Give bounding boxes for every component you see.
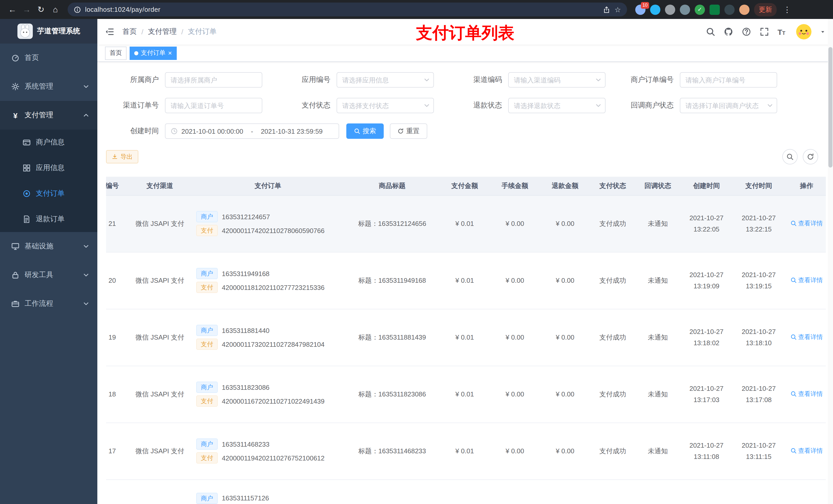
browser-back-button[interactable]: ← xyxy=(5,2,20,17)
app-select[interactable] xyxy=(337,72,434,88)
sidebar-item-pay-order[interactable]: 支付订单 xyxy=(0,181,97,207)
sidebar-toggle[interactable] xyxy=(105,27,114,37)
lock-icon xyxy=(11,271,20,279)
search-icon xyxy=(790,278,796,284)
cell-order: 商户1635311881440 支付4200001173202110272847… xyxy=(191,309,345,366)
search-icon xyxy=(786,153,793,160)
sidebar-item-dev-tools[interactable]: 研发工具 xyxy=(0,261,97,289)
yen-icon: ¥ xyxy=(11,111,20,120)
export-button[interactable]: 导出 xyxy=(106,150,138,163)
extension-icon[interactable] xyxy=(710,4,720,15)
col-status: 支付状态 xyxy=(590,177,635,195)
sidebar-item-refund-order[interactable]: 退款订单 xyxy=(0,207,97,232)
notify-status-select[interactable] xyxy=(680,98,777,113)
pay-status-select[interactable] xyxy=(337,98,434,113)
view-detail-link[interactable]: 查看详情 xyxy=(790,447,823,455)
user-avatar[interactable] xyxy=(796,24,811,40)
table-row: 19 微信 JSAPI 支付 商户1635311881440 支付4200001… xyxy=(106,309,826,366)
merchant-select[interactable] xyxy=(165,72,262,88)
browser-address-bar[interactable]: localhost:1024/pay/order ☆ xyxy=(68,3,627,16)
share-icon[interactable] xyxy=(603,6,611,13)
view-detail-link[interactable]: 查看详情 xyxy=(790,276,823,285)
scrollbar-thumb[interactable] xyxy=(828,47,832,167)
tags-view: 首页 支付订单 × xyxy=(97,45,833,62)
avatar-dropdown-caret[interactable] xyxy=(820,29,825,34)
search-icon xyxy=(706,27,715,37)
reset-button[interactable]: 重置 xyxy=(390,123,427,139)
browser-home-button[interactable]: ⌂ xyxy=(48,2,63,17)
cell-actions: 查看详情 xyxy=(785,366,826,423)
table-settings xyxy=(782,149,818,164)
refresh-table-button[interactable] xyxy=(803,149,818,164)
cell-title: 标题：1635311949168 xyxy=(345,252,439,309)
browser-menu-icon[interactable]: ⋮ xyxy=(781,5,793,14)
cell-title: 标题：1635311468233 xyxy=(345,423,439,479)
view-detail-link[interactable]: 查看详情 xyxy=(790,390,823,399)
extension-icon[interactable] xyxy=(724,4,735,15)
sidebar-item-workflow[interactable]: 工作流程 xyxy=(0,289,97,318)
sidebar-item-infrastructure[interactable]: 基础设施 xyxy=(0,232,97,261)
browser-forward-button[interactable]: → xyxy=(20,2,34,17)
sidebar-item-app-info[interactable]: 应用信息 xyxy=(0,155,97,181)
extension-icon[interactable] xyxy=(680,4,690,15)
channel-code-select[interactable] xyxy=(508,72,605,88)
cell-id: 17 xyxy=(106,423,128,479)
cell-actions: 查看详情 xyxy=(785,252,826,309)
browser-reload-button[interactable]: ↻ xyxy=(34,2,48,17)
cell-create-time: 2021-10-2713:17:03 xyxy=(680,366,733,423)
cell-pay-time: 2021-10-2713:18:10 xyxy=(733,309,785,366)
view-detail-link[interactable]: 查看详情 xyxy=(790,219,823,228)
cell-pay-time: 2021-10-2713:19:15 xyxy=(733,252,785,309)
search-icon xyxy=(790,391,796,397)
cell-refund: ¥ 0.00 xyxy=(540,366,590,423)
site-info-icon xyxy=(74,6,81,13)
merchant-order-no: 1635312124657 xyxy=(222,213,270,220)
close-tab-icon[interactable]: × xyxy=(168,50,172,56)
header-search-button[interactable] xyxy=(706,27,715,37)
pay-order-no: 4200001194202110276752100612 xyxy=(222,454,325,462)
tab-home[interactable]: 首页 xyxy=(105,46,126,60)
create-time-range-picker[interactable]: 2021-10-01 00:00:00 - 2021-10-31 23:59:5… xyxy=(165,123,339,139)
browser-profile-avatar[interactable] xyxy=(739,4,749,15)
breadcrumb-payment[interactable]: 支付管理 xyxy=(148,27,177,37)
table-row: 21 微信 JSAPI 支付 商户1635312124657 支付4200001… xyxy=(106,195,826,252)
github-icon xyxy=(723,27,733,37)
search-icon xyxy=(354,128,360,134)
tab-pay-order[interactable]: 支付订单 × xyxy=(129,46,176,60)
merchant-order-no-input[interactable] xyxy=(680,72,777,88)
filter-label: 回调商户状态 xyxy=(621,101,680,110)
app-logo[interactable]: 芋道管理系统 xyxy=(0,19,97,44)
extension-icon[interactable] xyxy=(650,4,660,15)
sidebar-item-payment[interactable]: ¥ 支付管理 xyxy=(0,101,97,129)
page-scrollbar xyxy=(828,19,833,504)
sidebar-item-merchant-info[interactable]: 商户信息 xyxy=(0,129,97,155)
fullscreen-button[interactable] xyxy=(760,27,769,37)
channel-order-no-input[interactable] xyxy=(165,98,262,113)
breadcrumb-home[interactable]: 首页 xyxy=(122,27,137,37)
col-notify: 回调状态 xyxy=(635,177,680,195)
extension-icon[interactable]: 10 xyxy=(635,4,645,15)
pay-tag: 支付 xyxy=(196,282,218,293)
github-button[interactable] xyxy=(723,27,733,37)
pay-tag: 支付 xyxy=(196,452,218,463)
refund-status-select[interactable] xyxy=(508,98,605,113)
extension-icon[interactable]: ✓ xyxy=(695,4,705,15)
cell-fee: ¥ 0.00 xyxy=(490,252,540,309)
extension-badge: 10 xyxy=(641,2,649,8)
page-title: 支付订单列表 xyxy=(416,22,514,45)
view-detail-link[interactable]: 查看详情 xyxy=(790,333,823,342)
browser-update-button[interactable]: 更新 xyxy=(754,3,777,16)
sidebar-item-system[interactable]: 系统管理 xyxy=(0,72,97,101)
cell-fee: ¥ 0.00 xyxy=(490,309,540,366)
toggle-search-button[interactable] xyxy=(782,149,798,164)
extension-icon[interactable] xyxy=(665,4,675,15)
bookmark-star-icon[interactable]: ☆ xyxy=(615,5,621,14)
search-button[interactable]: 搜索 xyxy=(346,123,384,139)
font-size-button[interactable]: TT xyxy=(778,27,785,36)
merchant-tag: 商户 xyxy=(196,325,218,336)
cell-amount: ¥ 0.01 xyxy=(439,309,490,366)
merchant-order-no: 1635311157126 xyxy=(222,494,269,502)
sidebar-item-home[interactable]: 首页 xyxy=(0,44,97,72)
search-icon xyxy=(790,448,796,454)
help-button[interactable] xyxy=(742,27,751,37)
